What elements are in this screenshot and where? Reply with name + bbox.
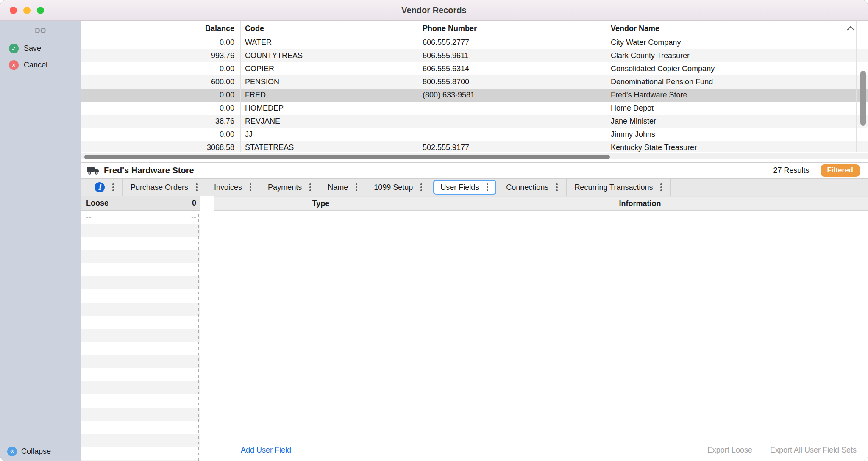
cell-vendor-name: Clark County Treasurer [606, 49, 857, 62]
tab-payments[interactable]: Payments [260, 179, 320, 196]
table-row[interactable]: 0.00 COPIER 606.555.6314 Consolidated Co… [81, 62, 868, 75]
loose-header[interactable]: Loose 0 [81, 196, 200, 211]
filtered-badge[interactable]: Filtered [821, 164, 860, 177]
close-window-button[interactable] [10, 7, 17, 14]
tab-recurring-transactions[interactable]: Recurring Transactions [567, 179, 671, 196]
save-button[interactable]: ✓ Save [0, 40, 81, 57]
list-item[interactable]: -- -- [81, 211, 200, 224]
cell-phone: 502.555.9177 [418, 141, 606, 152]
cell-code: JJ [241, 128, 418, 141]
results-count: 27 Results [773, 166, 810, 175]
cell-vendor-name: Consolidated Copier Company [606, 62, 857, 75]
loose-row-label: -- [81, 213, 184, 222]
collapse-button[interactable]: « Collapse [0, 442, 81, 461]
cell-balance: 38.76 [81, 115, 241, 128]
cancel-button[interactable]: × Cancel [0, 57, 81, 73]
kebab-menu-icon[interactable] [196, 186, 198, 188]
title-bar: Vendor Records [0, 0, 868, 21]
vendor-table-rows: 0.00 WATER 606.555.2777 City Water Compa… [81, 36, 868, 152]
cell-phone: 606.555.2777 [418, 36, 606, 49]
cell-balance: 0.00 [81, 36, 241, 49]
horizontal-scrollbar-thumb[interactable] [84, 155, 610, 159]
column-divider [184, 211, 184, 461]
cell-code: REVJANE [241, 115, 418, 128]
tab-1099-setup[interactable]: 1099 Setup [366, 179, 431, 196]
kebab-menu-icon[interactable] [556, 186, 558, 188]
tab-name[interactable]: Name [320, 179, 366, 196]
tab-label: Invoices [214, 183, 242, 192]
tab-user-fields[interactable]: User Fields [433, 180, 496, 195]
tab-invoices[interactable]: Invoices [206, 179, 260, 196]
zoom-window-button[interactable] [37, 7, 44, 14]
kebab-menu-icon[interactable] [420, 186, 422, 188]
table-row[interactable]: 38.76 REVJANE Jane Minister [81, 115, 868, 128]
horizontal-scrollbar-track[interactable] [81, 153, 868, 159]
column-header-vendor-name[interactable]: Vendor Name [606, 21, 857, 36]
cell-phone [418, 128, 606, 141]
column-header-end [852, 197, 868, 210]
user-fields-header: Type Information [214, 196, 868, 211]
export-loose-button[interactable]: Export Loose [707, 446, 752, 455]
loose-row-value: -- [184, 213, 200, 222]
record-title: Fred's Hardware Store [104, 166, 194, 175]
table-row[interactable]: 993.76 COUNTYTREAS 606.555.9611 Clark Co… [81, 49, 868, 62]
sidebar: DO ✓ Save × Cancel « Collapse [0, 21, 81, 461]
horizontal-scrollbar [81, 152, 868, 162]
column-header-phone[interactable]: Phone Number [418, 21, 606, 36]
kebab-menu-icon[interactable] [112, 186, 114, 188]
table-row-selected[interactable]: 0.00 FRED (800) 633-9581 Fred's Hardware… [81, 89, 868, 102]
column-divider [198, 211, 199, 461]
export-all-user-field-sets-button[interactable]: Export All User Field Sets [770, 446, 857, 455]
table-row[interactable]: 0.00 JJ Jimmy Johns [81, 128, 868, 141]
cell-phone [418, 102, 606, 115]
sidebar-section-label: DO [0, 21, 81, 40]
kebab-menu-icon[interactable] [660, 186, 662, 188]
tab-label: Payments [268, 183, 302, 192]
vendor-table: Balance Code Phone Number Vendor Name 0.… [81, 21, 868, 152]
cell-vendor-name: City Water Company [606, 36, 857, 49]
cell-phone: 606.555.6314 [418, 62, 606, 75]
check-icon: ✓ [9, 44, 19, 53]
cell-code: WATER [241, 36, 418, 49]
column-header-information[interactable]: Information [428, 197, 852, 210]
cell-phone [418, 115, 606, 128]
tab-connections[interactable]: Connections [498, 179, 567, 196]
cell-balance: 600.00 [81, 75, 241, 89]
tab-label: Recurring Transactions [574, 183, 653, 192]
kebab-menu-icon[interactable] [487, 186, 488, 188]
chevron-left-icon: « [7, 447, 17, 456]
table-row[interactable]: 3068.58 STATETREAS 502.555.9177 Kentucky… [81, 141, 868, 152]
table-row[interactable]: 0.00 HOMEDEP Home Depot [81, 102, 868, 115]
tab-label: 1099 Setup [374, 183, 413, 192]
window-title: Vendor Records [401, 6, 466, 15]
cell-code: FRED [241, 89, 418, 102]
cell-code: HOMEDEP [241, 102, 418, 115]
cell-balance: 0.00 [81, 89, 241, 102]
loose-header-label: Loose [81, 199, 184, 208]
tab-purchase-orders[interactable]: Purchase Orders [123, 179, 206, 196]
column-header-code[interactable]: Code [241, 21, 418, 36]
info-icon[interactable]: i [95, 182, 105, 192]
tab-bar: i Purchase Orders Invoices Payments Name [81, 179, 868, 196]
cell-balance: 3068.58 [81, 141, 241, 152]
minimize-window-button[interactable] [23, 7, 31, 14]
loose-list: -- -- [81, 211, 200, 461]
add-user-field-button[interactable]: Add User Field [241, 446, 291, 455]
user-fields-body [214, 211, 868, 439]
tab-label: Purchase Orders [131, 183, 188, 192]
tab-info[interactable]: i [87, 179, 123, 196]
kebab-menu-icon[interactable] [250, 186, 251, 188]
tab-label: Connections [506, 183, 548, 192]
collapse-button-label: Collapse [21, 447, 51, 456]
user-fields-panel: Type Information Add User Field Export L… [214, 196, 868, 461]
tab-label: User Fields [440, 183, 479, 192]
kebab-menu-icon[interactable] [309, 186, 311, 188]
column-header-type[interactable]: Type [214, 197, 428, 210]
table-row[interactable]: 600.00 PENSION 800.555.8700 Denomination… [81, 75, 868, 89]
column-header-balance[interactable]: Balance [81, 21, 241, 36]
panel-gutter [200, 196, 214, 461]
cell-balance: 0.00 [81, 128, 241, 141]
table-row[interactable]: 0.00 WATER 606.555.2777 City Water Compa… [81, 36, 868, 49]
kebab-menu-icon[interactable] [356, 186, 357, 188]
vertical-scrollbar-thumb[interactable] [860, 71, 866, 126]
